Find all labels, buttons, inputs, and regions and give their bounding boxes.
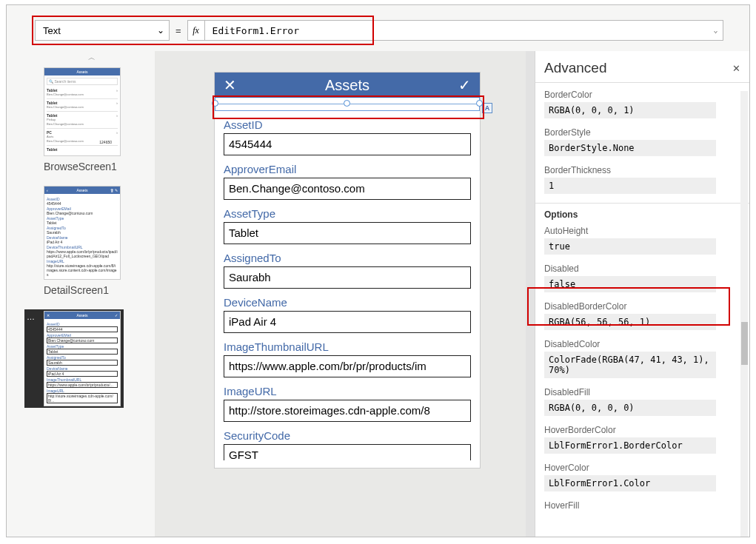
selected-error-label[interactable]: A <box>215 98 480 111</box>
field-label: ImageThumbnailURL <box>224 340 471 353</box>
property-selector[interactable]: Text ⌄ <box>35 20 170 41</box>
prop-value[interactable]: RGBA(56, 56, 56, 1) <box>544 314 716 330</box>
section-options: Options <box>535 203 749 220</box>
screen-thumb-edit-selected[interactable]: … ✕ Assets ✓ AssetID4545444 ApproverEMai… <box>24 309 124 408</box>
prop-label: DisabledColor <box>544 339 740 349</box>
prop-value[interactable]: LblFormError1.Color <box>544 475 716 491</box>
field-label: ApproverEmail <box>224 163 471 175</box>
field-label: DeviceName <box>224 296 471 309</box>
prop-label: HoverFill <box>544 500 740 511</box>
screen-thumb-browse[interactable]: Assets 🔍 Search items TabletBien.Change@… <box>24 67 136 172</box>
prop-value[interactable]: BorderStyle.None <box>544 140 716 156</box>
prop-label: HoverBorderColor <box>544 425 740 435</box>
field-input[interactable]: Tablet <box>224 222 471 244</box>
prop-label: HoverColor <box>544 463 740 473</box>
prop-label: Disabled <box>544 263 740 274</box>
prop-value-autoheight[interactable]: true <box>544 238 716 255</box>
formula-bar: Text ⌄ = fx EditForm1.Error ⌄ <box>35 20 723 41</box>
canvas-scrollbar[interactable] <box>526 51 535 537</box>
resize-handle[interactable] <box>212 100 218 107</box>
field-input[interactable]: Ben.Change@contoso.com <box>224 178 471 200</box>
formula-text: EditForm1.Error <box>213 25 299 36</box>
field-input[interactable]: https://www.apple.com/br/pr/products/im <box>224 355 471 377</box>
prop-label: DisabledBorderColor <box>544 301 740 312</box>
prop-value[interactable]: 1 <box>544 178 716 194</box>
phone-title: Assets <box>236 77 458 94</box>
advanced-scrollbar[interactable] <box>740 91 748 537</box>
field-input[interactable]: iPad Air 4 <box>224 311 471 333</box>
resize-handle[interactable] <box>344 100 350 107</box>
thumb-header-title: Assets <box>76 188 87 192</box>
field-label: AssetID <box>224 118 471 131</box>
advanced-title: Advanced <box>544 60 607 76</box>
prop-label: BorderColor <box>544 90 740 100</box>
screens-panel: Assets 🔍 Search items TabletBien.Change@… <box>24 67 136 408</box>
more-icon[interactable]: … <box>27 312 36 321</box>
screen-thumb-detail[interactable]: ‹ Assets 🗑 ✎ AssetID4545444 ApproverEMai… <box>24 186 136 296</box>
prop-label: BorderStyle <box>544 127 740 138</box>
field-input[interactable]: http://store.storeimages.cdn-apple.com/8 <box>224 400 471 422</box>
prop-value[interactable]: ColorFade(RGBA(47, 41, 43, 1), 70%) <box>544 352 716 378</box>
scrollbar-thumb[interactable] <box>741 322 748 365</box>
field-input[interactable]: 4545444 <box>224 133 471 155</box>
phone-preview: ✕ Assets ✓ A AssetID4545444 ApproverEmai… <box>214 72 481 469</box>
formula-expand-icon[interactable]: ⌄ <box>714 26 718 34</box>
canvas-area: ✕ Assets ✓ A AssetID4545444 ApproverEmai… <box>155 51 535 537</box>
prop-value[interactable]: RGBA(0, 0, 0, 0) <box>544 400 716 416</box>
prop-label: BorderThickness <box>544 165 740 175</box>
field-input[interactable]: Saurabh <box>224 266 471 289</box>
phone-header: ✕ Assets ✓ <box>215 73 480 98</box>
field-input[interactable]: GFST <box>224 444 471 460</box>
prop-label: DisabledFill <box>544 387 740 397</box>
screen-label-browse: BrowseScreen1 <box>44 161 136 172</box>
close-icon[interactable]: ✕ <box>732 63 740 74</box>
prop-label-autoheight: AutoHeight <box>544 226 740 236</box>
text-format-badge[interactable]: A <box>482 103 492 113</box>
form-body: AssetID4545444 ApproverEmailBen.Change@c… <box>215 111 480 460</box>
thumb-header-title: Assets <box>76 313 87 318</box>
advanced-panel: Advanced ✕ BorderColorRGBA(0, 0, 0, 1) B… <box>535 51 749 537</box>
equals-sign: = <box>175 25 181 36</box>
thumb-header-title: Assets <box>76 70 87 74</box>
screen-label-detail: DetailScreen1 <box>44 284 136 296</box>
field-label: AssetType <box>224 207 471 220</box>
prop-value[interactable]: RGBA(0, 0, 0, 1) <box>544 102 716 118</box>
prop-value[interactable]: LblFormError1.BorderColor <box>544 437 716 454</box>
cancel-icon[interactable]: ✕ <box>224 76 236 94</box>
chevron-down-icon: ⌄ <box>157 25 164 36</box>
accept-icon[interactable]: ✓ <box>458 76 471 94</box>
prop-value[interactable]: false <box>544 276 716 292</box>
formula-input[interactable]: EditForm1.Error ⌄ <box>205 20 723 41</box>
fx-icon[interactable]: fx <box>187 20 205 41</box>
property-selector-value: Text <box>43 25 61 36</box>
field-label: SecurityCode <box>224 429 471 442</box>
field-label: ImageURL <box>224 385 471 397</box>
field-label: AssignedTo <box>224 252 471 264</box>
collapse-handle[interactable]: ︿ <box>29 53 155 63</box>
